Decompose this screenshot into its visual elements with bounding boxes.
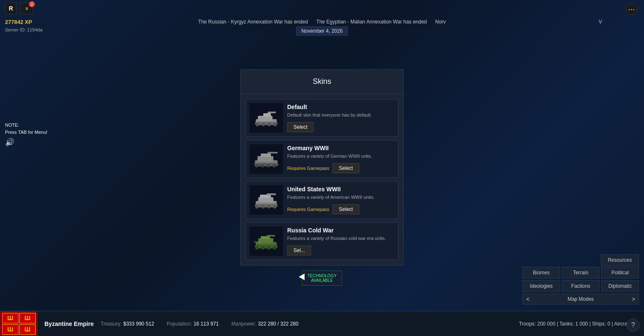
military-stats: Troops: 200 000 | Tanks: 1 000 | Ships: … — [511, 321, 644, 327]
treasury-stat: Treasury: $333 990 512 — [101, 321, 154, 327]
skin-actions-us-wwii: Requires Gamepass Select — [287, 204, 395, 214]
menu-dots-button[interactable]: ⋯ — [626, 3, 637, 15]
map-mode-biomes[interactable]: Biomes — [522, 267, 560, 279]
note-line2: Press TAB for Menu! — [5, 129, 47, 136]
svg-rect-20 — [260, 195, 271, 198]
map-mode-factions[interactable]: Factions — [562, 280, 600, 292]
skin-name-us-wwii: United States WWII — [287, 186, 395, 193]
skin-info-russia-cold-war: Russia Cold War Features a variety of Ru… — [287, 227, 395, 255]
select-button-russia-cold-war[interactable]: Sel... — [287, 245, 311, 255]
skin-image-default — [249, 103, 283, 133]
map-mode-political[interactable]: Political — [601, 267, 639, 279]
flag-cell-4: Ш — [19, 324, 36, 335]
select-button-germany-wwii[interactable]: Select — [332, 163, 359, 173]
ships-value: 0 — [608, 321, 610, 327]
manpower-stat: Manpower: 322 280 / 322 280 — [231, 321, 299, 327]
tanks-label: Tanks: — [559, 321, 574, 327]
news-item-2: The Egyptian - Malian Annexation War has… — [316, 19, 427, 25]
faction-flag: Ш Ш Ш Ш — [0, 311, 38, 336]
svg-point-8 — [273, 123, 277, 126]
population-stat: Population: 16 113 971 — [167, 321, 219, 327]
map-mode-diplomatic[interactable]: Diplomatic — [601, 280, 639, 292]
requires-gamepass-us: Requires Gamepass — [287, 207, 329, 212]
skin-item-us-wwii: United States WWII Features a variety of… — [246, 181, 398, 219]
flag-cell-2: Ш — [19, 313, 36, 323]
note-line1: NOTE: — [5, 122, 47, 129]
news-item-3: Norv — [435, 19, 446, 25]
population-value: 16 113 971 — [194, 321, 219, 327]
svg-rect-2 — [263, 113, 271, 117]
map-mode-next-button[interactable]: > — [632, 296, 635, 302]
skin-name-russia-cold-war: Russia Cold War — [287, 227, 395, 234]
svg-point-7 — [267, 123, 271, 126]
flag-grid: Ш Ш Ш Ш — [2, 313, 36, 335]
svg-rect-11 — [261, 154, 271, 157]
svg-point-16 — [267, 164, 270, 167]
svg-point-24 — [261, 205, 265, 208]
top-left-icons: R ≡ 2 — [0, 0, 39, 18]
notification-icon[interactable]: ≡ 2 — [20, 3, 34, 14]
map-mode-ideologies[interactable]: Ideologies — [522, 280, 560, 292]
select-button-default[interactable]: Select — [287, 122, 314, 132]
svg-point-35 — [273, 246, 276, 250]
skin-desc-germany-wwii: Features a variety of German WWII units. — [287, 153, 395, 159]
skin-item-default: Default Default skin that everyone has b… — [246, 99, 398, 137]
resources-button[interactable]: Resources — [601, 254, 639, 266]
svg-point-23 — [255, 205, 259, 208]
tank-image-russia: Sea... — [252, 231, 281, 252]
status-stats: Treasury: $333 990 512 Population: 16 11… — [101, 321, 511, 327]
flag-cell-1: Ш — [2, 313, 18, 323]
map-mode-terrain[interactable]: Terrain — [562, 267, 600, 279]
faction-name: Byzantine Empire — [38, 320, 101, 327]
skin-actions-russia-cold-war: Sel... — [287, 245, 395, 255]
svg-point-33 — [261, 246, 265, 250]
skin-name-germany-wwii: Germany WWII — [287, 145, 395, 151]
svg-rect-3 — [267, 112, 276, 113]
treasury-label: Treasury: — [101, 321, 122, 327]
skin-image-us-wwii — [249, 185, 283, 215]
news-items: The Russian - Kyrgyz Annexation War has … — [198, 19, 446, 25]
skins-list: Default Default skin that everyone has b… — [241, 94, 403, 265]
select-button-us-wwii[interactable]: Select — [332, 204, 359, 214]
treasury-value: $333 990 512 — [123, 321, 154, 327]
svg-point-32 — [255, 246, 259, 250]
skin-info-germany-wwii: Germany WWII Features a variety of Germa… — [287, 145, 395, 173]
map-mode-row-1: Biomes Terrain Political — [522, 267, 639, 279]
skin-image-russia-cold-war: Sea... — [249, 227, 283, 256]
requires-gamepass-germany: Requires Gamepass — [287, 166, 329, 171]
svg-point-26 — [273, 205, 276, 208]
map-modes-panel: Biomes Terrain Political Ideologies Fact… — [522, 267, 639, 305]
roblox-icon[interactable]: R — [5, 3, 17, 14]
svg-rect-29 — [261, 236, 270, 239]
ships-label: Ships: — [592, 321, 606, 327]
status-bar: Ш Ш Ш Ш Byzantine Empire Treasury: $333 … — [0, 311, 644, 336]
tank-image-us — [252, 190, 281, 211]
date-badge: November 4, 2026 — [296, 26, 348, 36]
svg-point-34 — [267, 246, 270, 250]
skins-title: Skins — [241, 70, 403, 94]
help-button[interactable]: ? — [626, 318, 640, 332]
svg-rect-30 — [267, 235, 275, 237]
skin-item-germany-wwii: Germany WWII Features a variety of Germa… — [246, 140, 398, 178]
tank-image-default — [252, 107, 281, 128]
skins-modal: Skins Default Default skin that — [240, 69, 404, 266]
skin-desc-us-wwii: Features a variety of American WWII unit… — [287, 194, 395, 200]
svg-point-5 — [256, 123, 259, 126]
news-ticker: The Russian - Kyrgyz Annexation War has … — [143, 19, 501, 36]
skin-info-us-wwii: United States WWII Features a variety of… — [287, 186, 395, 214]
svg-point-14 — [255, 164, 258, 167]
manpower-label: Manpower: — [231, 321, 256, 327]
svg-text:Sea...: Sea... — [254, 240, 262, 244]
troops-label: Troops: — [519, 321, 536, 327]
skin-actions-default: Select — [287, 122, 395, 132]
sound-icon[interactable]: 🔊 — [5, 138, 14, 147]
news-item-1: The Russian - Kyrgyz Annexation War has … — [198, 19, 308, 25]
svg-point-6 — [262, 123, 265, 126]
skin-name-default: Default — [287, 104, 395, 110]
technology-available: TECHNOLOGY AVAILABLE — [302, 271, 342, 286]
tank-image-germany — [252, 148, 281, 169]
svg-point-15 — [261, 164, 264, 167]
note-text: NOTE: Press TAB for Menu! — [5, 122, 47, 135]
map-modes-label: Map Modes — [568, 296, 594, 302]
map-mode-prev-button[interactable]: < — [526, 296, 530, 302]
